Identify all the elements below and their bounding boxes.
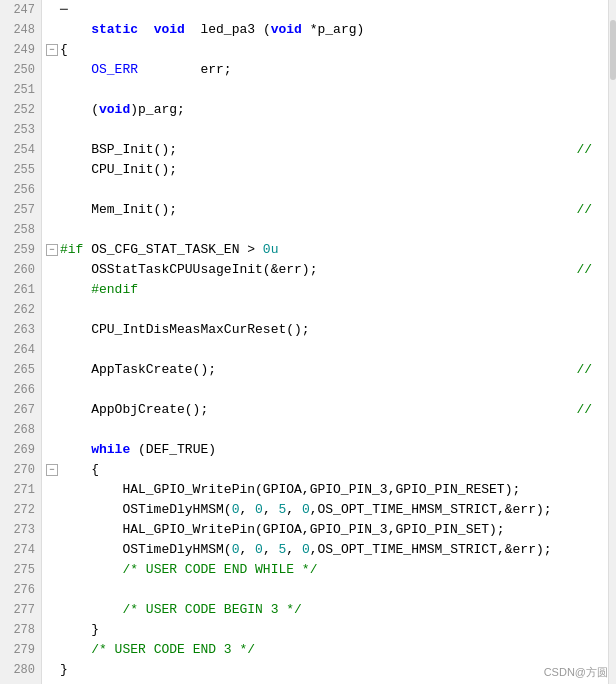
code-line-249: −{ [46,40,608,60]
line-number-274: 274 [6,540,35,560]
line-number-277: 277 [6,600,35,620]
watermark: CSDN@方圆 [544,665,608,680]
line-number-272: 272 [6,500,35,520]
comment-indicator-254: // [576,140,608,160]
code-line-270: − { [46,460,608,480]
code-text-252: (void)p_arg; [60,100,185,120]
scrollbar-thumb[interactable] [610,20,616,80]
line-number-256: 256 [6,180,35,200]
code-text-259: #if OS_CFG_STAT_TASK_EN > 0u [60,240,278,260]
comment-indicator-257: // [576,200,608,220]
code-text-263: CPU_IntDisMeasMaxCurReset(); [60,320,310,340]
code-line-281 [46,680,608,684]
code-text-267: AppObjCreate(); [60,400,208,420]
line-number-257: 257 [6,200,35,220]
code-line-253 [46,120,608,140]
code-line-276 [46,580,608,600]
code-text-281 [60,680,68,684]
code-line-278: } [46,620,608,640]
scrollbar[interactable] [608,0,616,684]
code-text-277: /* USER CODE BEGIN 3 */ [60,600,302,620]
line-number-247: 247 [6,0,35,20]
code-line-251 [46,80,608,100]
line-number-258: 258 [6,220,35,240]
code-line-248: static void led_pa3 (void *p_arg) [46,20,608,40]
code-text-270: { [60,460,99,480]
code-line-261: #endif [46,280,608,300]
line-number-281: 281 [6,680,35,684]
line-number-254: 254 [6,140,35,160]
code-line-262 [46,300,608,320]
code-line-272: OSTimeDlyHMSM(0, 0, 5, 0,OS_OPT_TIME_HMS… [46,500,608,520]
code-text-266 [60,380,68,400]
code-line-280: } [46,660,608,680]
code-text-269: while (DEF_TRUE) [60,440,216,460]
line-number-252: 252 [6,100,35,120]
line-number-260: 260 [6,260,35,280]
line-number-249: 249 [6,40,35,60]
code-text-250: OS_ERR err; [60,60,232,80]
code-text-253 [60,120,68,140]
line-number-269: 269 [6,440,35,460]
line-number-250: 250 [6,60,35,80]
line-number-273: 273 [6,520,35,540]
comment-indicator-260: // [576,260,608,280]
line-number-251: 251 [6,80,35,100]
line-number-261: 261 [6,280,35,300]
code-text-260: OSStatTaskCPUUsageInit(&err); [60,260,317,280]
code-text-265: AppTaskCreate(); [60,360,216,380]
code-line-265: AppTaskCreate();// [46,360,608,380]
line-number-275: 275 [6,560,35,580]
code-text-280: } [60,660,68,680]
code-line-263: CPU_IntDisMeasMaxCurReset(); [46,320,608,340]
line-number-267: 267 [6,400,35,420]
fold-button-249[interactable]: − [46,44,58,56]
line-number-262: 262 [6,300,35,320]
line-number-266: 266 [6,380,35,400]
code-line-254: BSP_Init();// [46,140,608,160]
fold-button-259[interactable]: − [46,244,58,256]
code-line-252: (void)p_arg; [46,100,608,120]
code-line-268 [46,420,608,440]
code-line-279: /* USER CODE END 3 */ [46,640,608,660]
code-text-276 [60,580,68,600]
code-area[interactable]: ─ static void led_pa3 (void *p_arg)−{ OS… [42,0,608,684]
line-number-264: 264 [6,340,35,360]
line-number-270: 270 [6,460,35,480]
code-line-274: OSTimeDlyHMSM(0, 0, 5, 0,OS_OPT_TIME_HMS… [46,540,608,560]
line-number-259: 259 [6,240,35,260]
code-text-268 [60,420,68,440]
line-numbers: 2472482492502512522532542552562572582592… [0,0,42,684]
code-text-271: HAL_GPIO_WritePin(GPIOA,GPIO_PIN_3,GPIO_… [60,480,520,500]
fold-button-270[interactable]: − [46,464,58,476]
line-number-268: 268 [6,420,35,440]
line-number-278: 278 [6,620,35,640]
code-line-247: ─ [46,0,608,20]
code-text-257: Mem_Init(); [60,200,177,220]
line-number-248: 248 [6,20,35,40]
line-number-255: 255 [6,160,35,180]
code-text-274: OSTimeDlyHMSM(0, 0, 5, 0,OS_OPT_TIME_HMS… [60,540,552,560]
code-line-257: Mem_Init();// [46,200,608,220]
code-line-266 [46,380,608,400]
line-number-276: 276 [6,580,35,600]
code-line-271: HAL_GPIO_WritePin(GPIOA,GPIO_PIN_3,GPIO_… [46,480,608,500]
code-text-251 [60,80,68,100]
code-text-248: static void led_pa3 (void *p_arg) [60,20,364,40]
line-number-271: 271 [6,480,35,500]
code-line-260: OSStatTaskCPUUsageInit(&err);// [46,260,608,280]
code-text-247: ─ [60,0,68,20]
code-line-264 [46,340,608,360]
code-text-249: { [60,40,68,60]
code-line-259: −#if OS_CFG_STAT_TASK_EN > 0u [46,240,608,260]
code-line-258 [46,220,608,240]
code-line-273: HAL_GPIO_WritePin(GPIOA,GPIO_PIN_3,GPIO_… [46,520,608,540]
code-line-250: OS_ERR err; [46,60,608,80]
code-text-278: } [60,620,99,640]
comment-indicator-265: // [576,360,608,380]
code-text-279: /* USER CODE END 3 */ [60,640,255,660]
code-text-258 [60,220,68,240]
code-text-255: CPU_Init(); [60,160,177,180]
code-line-269: while (DEF_TRUE) [46,440,608,460]
code-line-255: CPU_Init(); [46,160,608,180]
